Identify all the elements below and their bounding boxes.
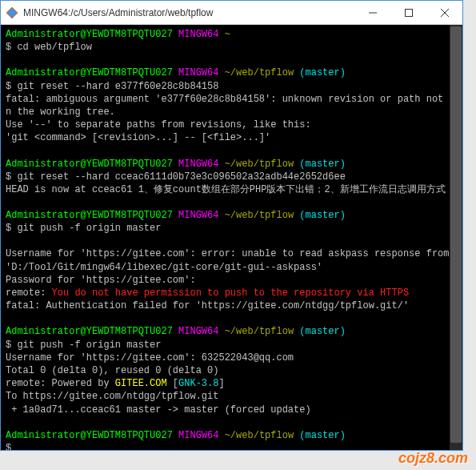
output-line: Username for 'https://gitee.com': error:… — [6, 247, 458, 273]
output-line: fatal: ambiguous argument 'e377f60e28c8b… — [6, 93, 458, 119]
svg-rect-3 — [405, 9, 412, 16]
window-title: MINGW64:/c/Users/Administrator/web/tpflo… — [23, 7, 354, 18]
command-line: $ git reset --hard e377f60e28c8b84158 — [6, 80, 458, 93]
command-line: $ cd web/tpflow — [6, 41, 458, 54]
watermark: cojz8.com — [398, 450, 468, 467]
app-icon — [6, 6, 18, 19]
window-controls — [354, 1, 462, 24]
output-line: Username for 'https://gitee.com': 632522… — [6, 351, 458, 364]
output-line: + 1a0ad71...cceac61 master -> master (fo… — [6, 404, 458, 416]
output-line: To https://gitee.com/ntdgg/tpflow.git — [6, 390, 458, 403]
maximize-button[interactable] — [390, 1, 426, 24]
prompt-line: Administrator@YEWDTM8TPQTU027 MINGW64 ~/… — [6, 158, 458, 171]
terminal-window: MINGW64:/c/Users/Administrator/web/tpflo… — [0, 0, 463, 451]
output-line: remote: You do not have permission to pu… — [6, 287, 458, 299]
prompt-line: Administrator@YEWDTM8TPQTU027 MINGW64 ~/… — [6, 429, 458, 442]
output-line: remote: Powered by GITEE.COM [GNK-3.8] — [6, 377, 458, 390]
command-line: $ git push -f origin master — [6, 339, 458, 351]
terminal-output[interactable]: Administrator@YEWDTM8TPQTU027 MINGW64 ~ … — [1, 25, 462, 450]
titlebar[interactable]: MINGW64:/c/Users/Administrator/web/tpflo… — [1, 1, 462, 25]
output-line: Total 0 (delta 0), reused 0 (delta 0) — [6, 364, 458, 377]
prompt-line: Administrator@YEWDTM8TPQTU027 MINGW64 ~/… — [6, 325, 458, 338]
output-line: HEAD is now at cceac61 1、修复count数组在部分PHP… — [6, 183, 458, 196]
command-line: $ git reset --hard cceac6111d0b73e3c0965… — [6, 171, 458, 183]
prompt-line: Administrator@YEWDTM8TPQTU027 MINGW64 ~/… — [6, 209, 458, 222]
scroll-thumb[interactable] — [450, 26, 462, 443]
command-line: $ git push -f origin master — [6, 222, 458, 235]
scrollbar[interactable] — [450, 25, 462, 450]
prompt-line: Administrator@YEWDTM8TPQTU027 MINGW64 ~/… — [6, 66, 458, 79]
svg-marker-0 — [6, 7, 18, 18]
output-line: Password for 'https://gitee.com': — [6, 274, 458, 287]
minimize-button[interactable] — [354, 1, 390, 24]
command-line: $ — [6, 442, 458, 450]
prompt-line: Administrator@YEWDTM8TPQTU027 MINGW64 ~ — [6, 28, 458, 41]
close-button[interactable] — [426, 1, 462, 24]
output-line: fatal: Authentication failed for 'https:… — [6, 299, 458, 312]
output-line: 'git <command> [<revision>...] -- [<file… — [6, 131, 458, 144]
output-line: Use '--' to separate paths from revision… — [6, 119, 458, 131]
